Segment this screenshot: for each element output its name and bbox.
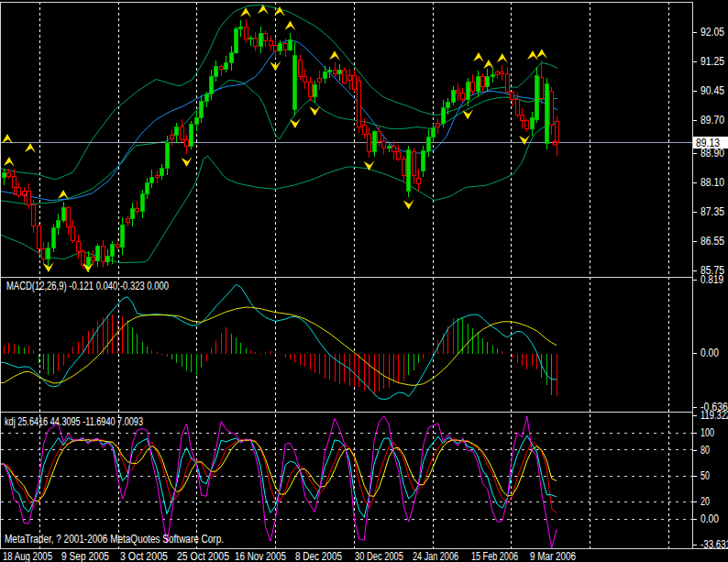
svg-text:MACD(12,26,9) -0.121 0.040 -0.: MACD(12,26,9) -0.121 0.040 -0.323 0.000 xyxy=(6,280,169,292)
svg-text:119.322: 119.322 xyxy=(700,409,728,422)
svg-text:MetaTrader, ? 2001-2006 MetaQu: MetaTrader, ? 2001-2006 MetaQuotes Softw… xyxy=(5,533,224,545)
svg-text:3 Oct 2005: 3 Oct 2005 xyxy=(120,550,168,562)
svg-text:9 Sep 2005: 9 Sep 2005 xyxy=(61,550,109,562)
svg-text:100: 100 xyxy=(700,426,714,439)
svg-text:87.35: 87.35 xyxy=(700,205,724,218)
svg-text:0.819: 0.819 xyxy=(700,273,723,286)
svg-text:kdj 25.6416 44.3095 -11.6940 7: kdj 25.6416 44.3095 -11.6940 7.0093 xyxy=(5,415,143,428)
svg-text:16 Nov 2005: 16 Nov 2005 xyxy=(235,550,286,562)
svg-text:25 Oct 2005: 25 Oct 2005 xyxy=(177,550,229,562)
svg-text:90.45: 90.45 xyxy=(700,84,724,97)
svg-text:9 Mar 2006: 9 Mar 2006 xyxy=(530,550,576,562)
svg-text:18 Aug 2005: 18 Aug 2005 xyxy=(3,550,52,562)
svg-text:0.00: 0.00 xyxy=(700,347,719,359)
svg-text:30 Dec 2005: 30 Dec 2005 xyxy=(355,550,403,562)
svg-text:24 Jan 2006: 24 Jan 2006 xyxy=(413,550,458,562)
svg-text:88.10: 88.10 xyxy=(700,176,724,189)
svg-text:91.25: 91.25 xyxy=(700,55,724,68)
svg-text:-33.631: -33.631 xyxy=(700,538,728,551)
svg-text:50: 50 xyxy=(700,469,710,482)
svg-text:89.70: 89.70 xyxy=(700,114,724,127)
svg-text:8 Dec 2005: 8 Dec 2005 xyxy=(295,550,342,562)
svg-text:89.13: 89.13 xyxy=(696,137,720,149)
svg-text:80: 80 xyxy=(700,444,710,457)
svg-text:86.55: 86.55 xyxy=(700,235,724,248)
svg-text:0.00: 0.00 xyxy=(700,512,719,525)
svg-text:20: 20 xyxy=(700,495,710,508)
svg-text:92.05: 92.05 xyxy=(700,26,724,39)
svg-text:15 Feb 2006: 15 Feb 2006 xyxy=(471,550,518,562)
